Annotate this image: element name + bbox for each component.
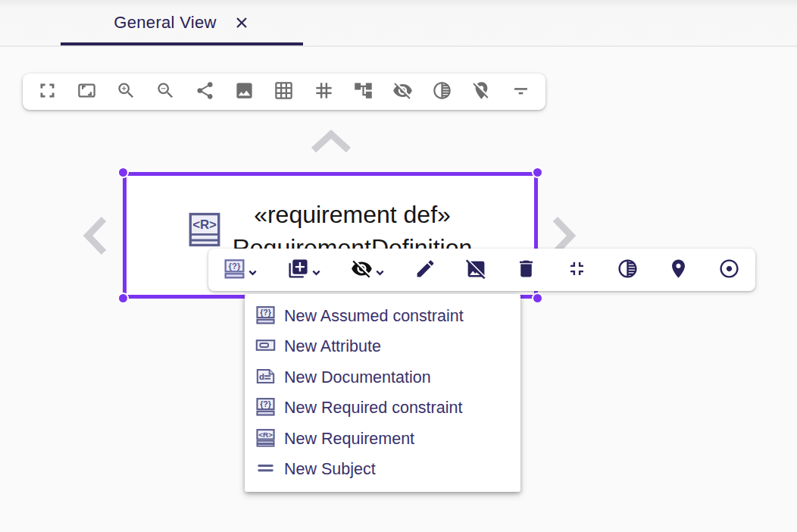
svg-text:{?}: {?} [229, 261, 241, 271]
menu-item-label: New Documentation [284, 368, 431, 387]
export-image-icon [234, 80, 255, 103]
zoom-in-icon [116, 80, 136, 103]
svg-text:d: d [259, 372, 264, 381]
close-icon[interactable] [233, 14, 250, 31]
svg-text:<R>: <R> [258, 430, 273, 439]
menu-item-label: New Attribute [284, 337, 381, 356]
grid-icon [273, 80, 294, 103]
image-off-tool[interactable] [465, 258, 487, 282]
image-off-icon [465, 258, 487, 282]
export-image-button[interactable] [233, 80, 257, 104]
snap-to-grid-icon [314, 80, 334, 103]
menu-item-new-assumed-constraint[interactable]: {?} New Assumed constraint [245, 301, 520, 332]
menu-item-new-attribute[interactable]: New Attribute [245, 332, 520, 363]
menu-item-label: New Subject [284, 460, 376, 479]
arrange-all-icon [353, 80, 373, 103]
edit-tool[interactable] [414, 258, 436, 282]
active-tab-indicator [61, 42, 303, 45]
resize-handle-top-left[interactable] [117, 167, 129, 178]
expand-up-arrow[interactable] [309, 129, 353, 155]
menu-item-label: New Assumed constraint [284, 307, 464, 326]
resize-handle-top-right[interactable] [532, 167, 543, 178]
new-constraint-dropdown-caret[interactable] [247, 267, 258, 282]
menu-item-label: New Required constraint [284, 399, 462, 418]
constraint-icon: {?} [255, 396, 276, 420]
resize-handle-bottom-left[interactable] [117, 293, 129, 304]
unpin-elements-icon [471, 80, 492, 103]
fit-to-screen-icon [37, 80, 58, 103]
expand-left-arrow[interactable] [80, 214, 109, 257]
grid-button[interactable] [272, 80, 296, 104]
faded-elements-button[interactable] [430, 80, 455, 104]
pin-icon [667, 258, 689, 282]
share-icon [195, 80, 215, 103]
zoom-in-button[interactable] [114, 80, 138, 104]
new-element-tool[interactable] [287, 258, 309, 282]
collapse-tool[interactable] [566, 258, 588, 282]
zoom-out-button[interactable] [153, 80, 177, 104]
fade-icon [617, 258, 639, 282]
snap-to-grid-button[interactable] [311, 80, 336, 104]
zoom-to-fit-icon [77, 80, 97, 103]
node-stereotype: «requirement def» [233, 198, 473, 231]
new-constraint-tool[interactable]: {?} [223, 258, 245, 282]
requirement-icon: <R> [189, 212, 220, 250]
tab-label: General View [114, 13, 216, 33]
unpin-elements-button[interactable] [470, 80, 494, 104]
adjust-tool[interactable] [718, 258, 740, 282]
subject-icon [255, 458, 276, 481]
hide-element-tool[interactable] [351, 258, 373, 282]
tab-bar: General View [0, 0, 797, 47]
adjust-icon [718, 258, 740, 282]
filter-elements-icon [511, 80, 531, 103]
hidden-elements-icon [392, 80, 413, 103]
diagram-toolbar [23, 74, 545, 110]
filter-elements-button[interactable] [509, 80, 533, 104]
collapse-icon [566, 258, 588, 282]
resize-handle-bottom-right[interactable] [532, 293, 543, 304]
requirement-icon: <R> [255, 427, 276, 451]
delete-tool[interactable] [515, 258, 537, 282]
zoom-out-icon [155, 80, 176, 103]
menu-item-new-documentation[interactable]: d New Documentation [245, 362, 520, 393]
menu-item-label: New Requirement [284, 430, 414, 449]
tab-general-view[interactable]: General View [61, 0, 303, 45]
constraint-icon: {?} [255, 305, 276, 328]
zoom-to-fit-button[interactable] [74, 80, 98, 104]
edit-icon [414, 258, 436, 282]
delete-icon [515, 258, 537, 282]
svg-text:{?}: {?} [260, 399, 271, 408]
documentation-icon: d [255, 366, 276, 390]
new-constraint-icon: {?} [223, 258, 245, 282]
svg-text:<R>: <R> [192, 217, 217, 232]
menu-item-new-required-constraint[interactable]: {?} New Required constraint [245, 393, 520, 424]
share-button[interactable] [193, 80, 217, 104]
arrange-all-button[interactable] [351, 80, 375, 104]
attribute-icon [255, 335, 276, 358]
hide-element-dropdown-caret[interactable] [374, 267, 386, 282]
svg-text:{?}: {?} [260, 307, 271, 316]
fade-tool[interactable] [617, 258, 639, 282]
new-element-icon [287, 258, 309, 282]
new-element-dropdown-caret[interactable] [311, 267, 322, 282]
hide-element-icon [351, 258, 373, 282]
creation-menu: {?} New Assumed constraint New Attribute… [245, 294, 520, 492]
faded-elements-icon [432, 80, 452, 103]
pin-tool[interactable] [667, 258, 689, 282]
context-palette: {?} [208, 249, 755, 291]
menu-item-new-requirement[interactable]: <R> New Requirement [245, 424, 520, 455]
hidden-elements-button[interactable] [390, 80, 414, 104]
fit-to-screen-button[interactable] [35, 80, 59, 104]
menu-item-new-subject[interactable]: New Subject [245, 455, 520, 486]
